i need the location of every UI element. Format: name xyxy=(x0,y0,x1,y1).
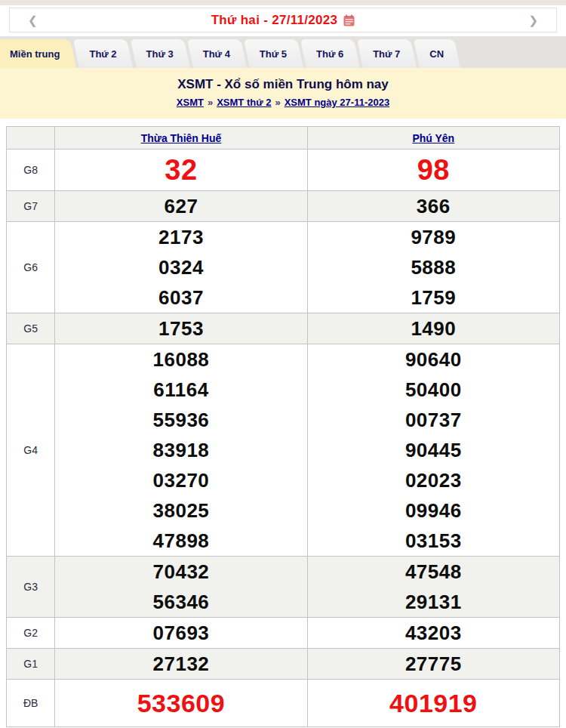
winning-number: 47898 xyxy=(55,526,306,556)
result-cell: 16088611645593683918032703802547898 xyxy=(55,344,307,557)
prize-label: G1 xyxy=(7,649,55,680)
winning-number: 50400 xyxy=(308,375,559,405)
winning-number: 9789 xyxy=(308,222,559,252)
result-cell: 217303246037 xyxy=(55,222,307,313)
tab-thứ-2[interactable]: Thứ 2 xyxy=(79,39,133,68)
calendar-icon[interactable] xyxy=(343,14,355,26)
winning-number: 38025 xyxy=(55,495,306,526)
winning-number: 47548 xyxy=(308,557,559,587)
breadcrumb-link[interactable]: XSMT xyxy=(177,97,204,108)
prize-label: G4 xyxy=(7,344,55,557)
breadcrumb-separator: » xyxy=(208,97,213,108)
tab-label: Miền trung xyxy=(10,48,60,60)
breadcrumb-link[interactable]: XSMT thứ 2 xyxy=(217,97,271,108)
result-cell: 401919 xyxy=(307,680,559,727)
winning-number: 1753 xyxy=(55,313,306,344)
prize-row-g3: G370432563464754829131 xyxy=(7,557,560,618)
province-link-1[interactable]: Thừa Thiên Huế xyxy=(141,132,222,144)
prize-row-g4: G416088611645593683918032703802547898906… xyxy=(7,344,560,557)
winning-number: 6037 xyxy=(55,282,306,313)
result-cell: 533609 xyxy=(55,680,307,727)
winning-number: 90640 xyxy=(308,344,559,375)
date-label: Thứ hai - 27/11/2023 xyxy=(211,13,338,28)
result-cell: 1490 xyxy=(307,313,559,344)
prize-row-đb: ĐB533609401919 xyxy=(7,680,560,727)
current-date: Thứ hai - 27/11/2023 xyxy=(211,13,355,28)
prize-row-g6: G6217303246037978958881759 xyxy=(7,222,560,313)
result-cell: 366 xyxy=(307,191,559,222)
prize-label: G5 xyxy=(7,313,55,344)
winning-number: 32 xyxy=(55,150,306,190)
prize-label: G2 xyxy=(7,618,55,649)
result-cell: 07693 xyxy=(55,618,307,649)
result-cell: 7043256346 xyxy=(55,557,307,618)
winning-number: 03270 xyxy=(55,465,306,495)
tab-label: Thứ 3 xyxy=(146,48,174,60)
breadcrumb-link[interactable]: XSMT ngày 27-11-2023 xyxy=(285,97,389,108)
tab-label: Thứ 4 xyxy=(203,48,230,60)
winning-number: 56346 xyxy=(55,587,306,617)
winning-number: 5888 xyxy=(308,252,559,282)
winning-number: 27775 xyxy=(308,649,559,679)
prev-day-arrow[interactable]: ❮ xyxy=(28,14,38,26)
page-banner: XSMT - Xổ số miền Trung hôm nay XSMT»XSM… xyxy=(0,68,566,119)
winning-number: 2173 xyxy=(55,222,306,252)
page-title: XSMT - Xổ số miền Trung hôm nay xyxy=(0,77,566,92)
winning-number: 02023 xyxy=(308,465,559,495)
tab-cn[interactable]: CN xyxy=(420,39,460,68)
winning-number: 401919 xyxy=(308,680,559,726)
prize-label: G8 xyxy=(7,150,55,191)
result-cell: 627 xyxy=(55,191,307,222)
winning-number: 03153 xyxy=(308,526,559,556)
tab-label: Thứ 2 xyxy=(89,48,116,60)
winning-number: 83918 xyxy=(55,435,306,465)
winning-number: 00737 xyxy=(308,405,559,435)
prize-row-g7: G7627366 xyxy=(7,191,560,222)
tab-thứ-7[interactable]: Thứ 7 xyxy=(363,39,417,68)
result-cell: 98 xyxy=(307,150,559,191)
results-section: Thừa Thiên Huế Phú Yên G83298G7627366G62… xyxy=(0,119,566,728)
region-day-tabs: Miền trungThứ 2Thứ 3Thứ 4Thứ 5Thứ 6Thứ 7… xyxy=(0,36,566,68)
winning-number: 27132 xyxy=(55,649,306,679)
top-strip xyxy=(0,0,566,5)
result-cell: 27132 xyxy=(55,649,307,680)
province-column-header-1: Thừa Thiên Huế xyxy=(55,127,307,150)
winning-number: 61164 xyxy=(55,375,306,405)
prize-row-g2: G20769343203 xyxy=(7,618,560,649)
prize-label: G3 xyxy=(7,557,55,618)
province-link-2[interactable]: Phú Yên xyxy=(412,132,454,144)
winning-number: 533609 xyxy=(55,680,306,726)
winning-number: 70432 xyxy=(55,557,306,587)
breadcrumb-separator: » xyxy=(275,97,280,108)
tab-miền-trung[interactable]: Miền trung xyxy=(0,39,76,68)
province-column-header-2: Phú Yên xyxy=(307,127,559,150)
winning-number: 1490 xyxy=(308,313,559,344)
result-cell: 27775 xyxy=(307,649,559,680)
winning-number: 29131 xyxy=(308,587,559,617)
tab-thứ-3[interactable]: Thứ 3 xyxy=(137,39,190,68)
winning-number: 43203 xyxy=(308,618,559,648)
prize-row-g1: G12713227775 xyxy=(7,649,560,680)
tab-label: Thứ 7 xyxy=(373,48,400,60)
tab-thứ-4[interactable]: Thứ 4 xyxy=(193,39,247,68)
result-cell: 32 xyxy=(55,150,307,191)
tab-thứ-6[interactable]: Thứ 6 xyxy=(306,39,360,68)
winning-number: 98 xyxy=(308,150,559,190)
prize-row-g8: G83298 xyxy=(7,150,560,191)
winning-number: 07693 xyxy=(55,618,306,648)
prize-column-header xyxy=(7,127,55,150)
prize-label: ĐB xyxy=(7,680,55,727)
winning-number: 627 xyxy=(55,191,306,221)
tab-label: Thứ 6 xyxy=(316,48,343,60)
tab-thứ-5[interactable]: Thứ 5 xyxy=(250,39,303,68)
winning-number: 55936 xyxy=(55,405,306,435)
result-cell: 43203 xyxy=(307,618,559,649)
next-day-arrow[interactable]: ❯ xyxy=(528,14,538,26)
winning-number: 366 xyxy=(308,191,559,221)
result-cell: 4754829131 xyxy=(307,557,559,618)
tab-label: CN xyxy=(429,48,444,60)
winning-number: 09946 xyxy=(308,495,559,526)
table-header-row: Thừa Thiên Huế Phú Yên xyxy=(7,127,560,150)
tab-label: Thứ 5 xyxy=(260,48,287,60)
winning-number: 16088 xyxy=(55,344,306,375)
